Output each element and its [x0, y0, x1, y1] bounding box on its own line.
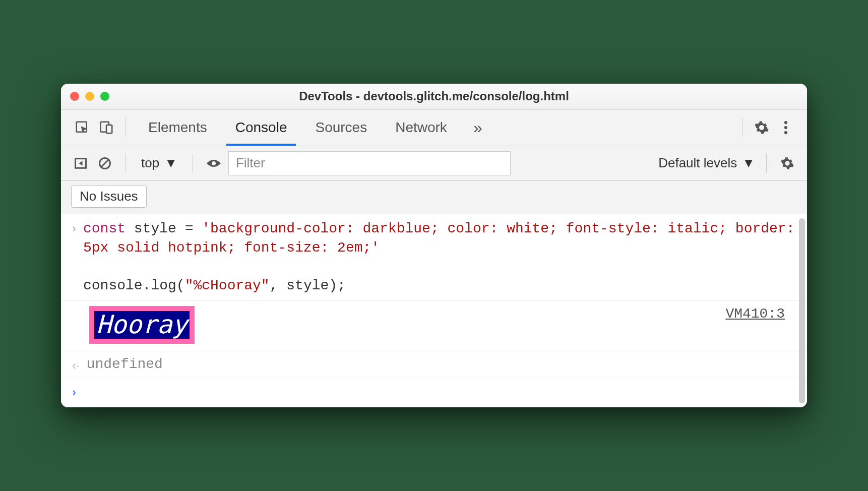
inspect-element-icon[interactable]: [71, 116, 93, 139]
tab-elements[interactable]: Elements: [134, 109, 221, 146]
traffic-lights: [70, 92, 109, 101]
console-return-entry: ‹· undefined: [61, 351, 807, 378]
return-chevron-icon: ‹·: [72, 358, 80, 373]
filter-input[interactable]: [228, 151, 511, 175]
main-tabstrip: Elements Console Sources Network »: [61, 110, 807, 146]
console-input-entry: › const style = 'background-color: darkb…: [61, 214, 807, 301]
clear-console-icon[interactable]: [95, 154, 114, 173]
dropdown-icon: ▼: [164, 155, 177, 171]
maximize-window-button[interactable]: [100, 92, 109, 101]
issues-bar: No Issues: [61, 181, 807, 214]
execution-context-select[interactable]: top ▼: [137, 155, 181, 171]
input-chevron-icon: ›: [72, 221, 76, 235]
divider: [126, 118, 126, 137]
dropdown-icon: ▼: [742, 155, 755, 171]
divider: [766, 154, 767, 173]
prompt-chevron-icon: ›: [72, 385, 76, 399]
settings-icon[interactable]: [751, 116, 773, 139]
divider: [126, 154, 126, 173]
log-levels-select[interactable]: Default levels ▼: [658, 155, 755, 171]
minimize-window-button[interactable]: [85, 92, 94, 101]
more-tabs-button[interactable]: »: [463, 118, 492, 137]
live-expression-icon[interactable]: [204, 154, 223, 173]
titlebar: DevTools - devtools.glitch.me/console/lo…: [61, 84, 807, 110]
device-toolbar-icon[interactable]: [95, 116, 117, 139]
return-value: undefined: [87, 356, 163, 372]
issues-button[interactable]: No Issues: [71, 185, 147, 208]
svg-line-8: [101, 160, 108, 167]
styled-log-text: Hooray: [89, 306, 195, 344]
tab-console[interactable]: Console: [221, 109, 301, 146]
tab-sources[interactable]: Sources: [301, 109, 381, 146]
window-title: DevTools - devtools.glitch.me/console/lo…: [299, 89, 569, 103]
divider: [193, 154, 193, 173]
panel-tabs: Elements Console Sources Network: [134, 109, 461, 146]
divider: [742, 118, 742, 137]
svg-point-5: [784, 131, 787, 134]
close-window-button[interactable]: [70, 92, 79, 101]
more-options-icon[interactable]: [775, 116, 797, 139]
console-output: › const style = 'background-color: darkb…: [61, 214, 807, 407]
source-link[interactable]: VM410:3: [725, 306, 796, 322]
context-label: top: [141, 155, 159, 171]
console-toolbar: top ▼ Default levels ▼: [61, 146, 807, 181]
console-prompt[interactable]: ›: [61, 378, 807, 407]
levels-label: Default levels: [658, 155, 737, 171]
svg-rect-2: [106, 125, 112, 133]
svg-point-4: [784, 126, 787, 129]
console-code[interactable]: const style = 'background-color: darkblu…: [83, 219, 796, 295]
console-settings-icon[interactable]: [778, 154, 797, 173]
console-log-output: Hooray VM410:3: [61, 301, 807, 351]
devtools-window: DevTools - devtools.glitch.me/console/lo…: [61, 84, 807, 407]
svg-point-3: [784, 121, 787, 124]
toggle-drawer-icon[interactable]: [71, 154, 90, 173]
tab-network[interactable]: Network: [381, 109, 461, 146]
